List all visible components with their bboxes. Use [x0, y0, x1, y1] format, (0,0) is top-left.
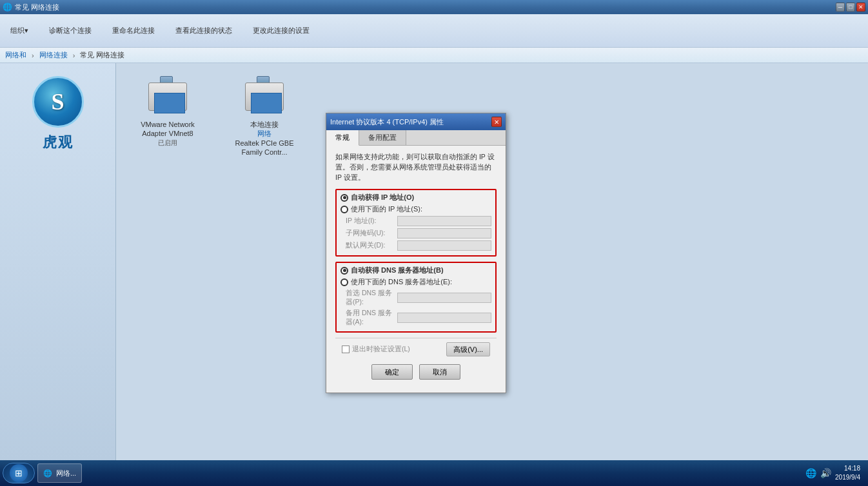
gateway-label: 默认网关(D):: [346, 241, 397, 250]
dialog-tabs: 常规 备用配置: [326, 130, 506, 146]
ip-section: 自动获得 IP 地址(O) 使用下面的 IP 地址(S): IP 地址(I): …: [335, 189, 497, 257]
adapter-local-name: 本地连接 网络 Realtek PCIe GBE Family Contr...: [226, 120, 303, 157]
breadcrumb-current: 常见 网络连接: [80, 50, 124, 60]
cancel-button[interactable]: 取消: [419, 364, 460, 380]
diagnose-button[interactable]: 诊断这个连接: [44, 23, 97, 38]
dialog-close-button[interactable]: ✕: [491, 117, 502, 127]
network-task-icon: 🌐: [43, 469, 52, 478]
system-tray: 🌐 🔊 14:18 2019/9/4: [800, 464, 865, 482]
taskbar: ⊞ 🌐 网络... 🌐 🔊 14:18 2019/9/4: [0, 460, 868, 486]
breadcrumb-sep-1: ›: [32, 52, 34, 59]
window-title: 常见 网络连接: [15, 3, 59, 12]
organize-label: 组织▾: [10, 26, 28, 35]
auto-dns-radio[interactable]: [340, 267, 348, 275]
clock-time: 14:18: [835, 464, 860, 473]
dialog-titlebar: Internet 协议版本 4 (TCP/IPv4) 属性 ✕: [326, 113, 506, 130]
screen-icon: [154, 93, 185, 113]
subnet-field-row: 子网掩码(U):: [340, 228, 491, 238]
auto-ip-row: 自动获得 IP 地址(O): [340, 193, 491, 202]
clock: 14:18 2019/9/4: [835, 464, 860, 482]
logo-circle: S: [32, 76, 84, 128]
local-screen-icon: [251, 93, 282, 113]
rename-label: 重命名此连接: [112, 26, 155, 35]
tab-alternate[interactable]: 备用配置: [359, 130, 406, 145]
preferred-dns-row: 首选 DNS 服务器(P):: [340, 289, 491, 307]
adapter-local[interactable]: 本地连接 网络 Realtek PCIe GBE Family Contr...: [226, 76, 303, 157]
alternate-dns-input[interactable]: [397, 313, 491, 323]
preferred-dns-input[interactable]: [397, 293, 491, 303]
change-settings-button[interactable]: 更改此连接的设置: [248, 23, 315, 38]
preferred-dns-label: 首选 DNS 服务器(P):: [346, 289, 397, 307]
auto-dns-label: 自动获得 DNS 服务器地址(B): [351, 266, 444, 275]
dialog-action-row: 确定 取消: [335, 360, 497, 386]
adapter-vmnet8-status: 已启用: [158, 139, 177, 148]
breadcrumb-connections[interactable]: 网络连接: [39, 50, 68, 60]
network-task-label: 网络...: [56, 469, 76, 478]
sidebar: S 虎观: [0, 63, 116, 460]
ok-button[interactable]: 确定: [371, 364, 413, 380]
tcp-ipv4-dialog[interactable]: Internet 协议版本 4 (TCP/IPv4) 属性 ✕ 常规 备用配置 …: [326, 113, 506, 393]
auto-ip-radio[interactable]: [340, 194, 348, 202]
dialog-body: 如果网络支持此功能，则可以获取自动指派的 IP 设置。否则，您需要从网络系统管理…: [326, 146, 506, 393]
manual-ip-label: 使用下面的 IP 地址(S):: [351, 204, 422, 214]
logo-container: S 虎观: [32, 76, 84, 152]
close-button[interactable]: ✕: [856, 3, 865, 12]
addressbar: 网络和 › 网络连接 › 常见 网络连接: [0, 48, 868, 63]
network-tray-icon[interactable]: 🌐: [805, 468, 816, 478]
auto-ip-label: 自动获得 IP 地址(O): [351, 193, 414, 202]
breadcrumb-sep-2: ›: [73, 52, 75, 59]
taskbar-left: ⊞ 🌐 网络...: [3, 463, 82, 483]
taskbar-network-task[interactable]: 🌐 网络...: [37, 463, 82, 483]
ip-label: IP 地址(I):: [346, 217, 397, 226]
logo-symbol: S: [51, 88, 64, 115]
titlebar-left: 🌐 常见 网络连接: [3, 3, 59, 12]
adapter-vmnet8-name: VMware Network Adapter VMnet8: [129, 120, 206, 139]
breadcrumb-network[interactable]: 网络和: [5, 50, 26, 60]
ip-field-row: IP 地址(I):: [340, 216, 491, 226]
adapter-vmnet8[interactable]: VMware Network Adapter VMnet8 已启用: [129, 76, 206, 148]
manual-dns-radio[interactable]: [340, 278, 348, 286]
start-icon: ⊞: [10, 464, 28, 482]
clock-date: 2019/9/4: [835, 473, 860, 482]
toolbar: 组织▾ 诊断这个连接 重命名此连接 查看此连接的状态 更改此连接的设置: [0, 14, 868, 48]
local-base-icon: [245, 83, 284, 111]
diagnose-label: 诊断这个连接: [49, 26, 92, 35]
manual-ip-row: 使用下面的 IP 地址(S):: [340, 204, 491, 214]
manual-dns-row: 使用下面的 DNS 服务器地址(E):: [340, 277, 491, 287]
dialog-description: 如果网络支持此功能，则可以获取自动指派的 IP 设置。否则，您需要从网络系统管理…: [335, 152, 497, 182]
tab-general[interactable]: 常规: [326, 130, 359, 146]
adapter-local-icon: [244, 76, 285, 117]
change-settings-label: 更改此连接的设置: [253, 26, 310, 35]
logo-text: 虎观: [43, 133, 74, 152]
advanced-button[interactable]: 高级(V)...: [446, 342, 490, 356]
manual-ip-radio[interactable]: [340, 206, 348, 213]
validate-checkbox[interactable]: [342, 345, 350, 353]
dialog-titlebar-controls: ✕: [491, 117, 502, 127]
dialog-title: Internet 协议版本 4 (TCP/IPv4) 属性: [330, 117, 444, 127]
gateway-field-row: 默认网关(D):: [340, 240, 491, 251]
dialog-footer: 退出时验证设置(L) 高级(V)...: [335, 338, 497, 360]
base-icon: [148, 83, 187, 111]
alternate-dns-label: 备用 DNS 服务器(A):: [346, 309, 397, 327]
adapter-vmnet8-icon: [147, 76, 188, 117]
organize-button[interactable]: 组织▾: [5, 23, 34, 38]
manual-dns-label: 使用下面的 DNS 服务器地址(E):: [351, 277, 452, 287]
validate-label: 退出时验证设置(L): [352, 345, 410, 354]
minimize-button[interactable]: ─: [836, 3, 845, 12]
dns-section: 自动获得 DNS 服务器地址(B) 使用下面的 DNS 服务器地址(E): 首选…: [335, 262, 497, 333]
alternate-dns-row: 备用 DNS 服务器(A):: [340, 309, 491, 327]
volume-tray-icon[interactable]: 🔊: [820, 468, 831, 478]
start-button[interactable]: ⊞: [3, 463, 35, 483]
auto-dns-row: 自动获得 DNS 服务器地址(B): [340, 266, 491, 275]
validate-checkbox-row: 退出时验证设置(L): [342, 345, 410, 354]
gateway-input[interactable]: [397, 240, 491, 251]
ip-input[interactable]: [397, 216, 491, 226]
titlebar-controls: ─ □ ✕: [836, 3, 865, 12]
status-label: 查看此连接的状态: [175, 26, 232, 35]
maximize-button[interactable]: □: [846, 3, 855, 12]
subnet-input[interactable]: [397, 228, 491, 238]
status-button[interactable]: 查看此连接的状态: [170, 23, 237, 38]
rename-button[interactable]: 重命名此连接: [107, 23, 160, 38]
subnet-label: 子网掩码(U):: [346, 229, 397, 238]
titlebar: 🌐 常见 网络连接 ─ □ ✕: [0, 0, 868, 14]
